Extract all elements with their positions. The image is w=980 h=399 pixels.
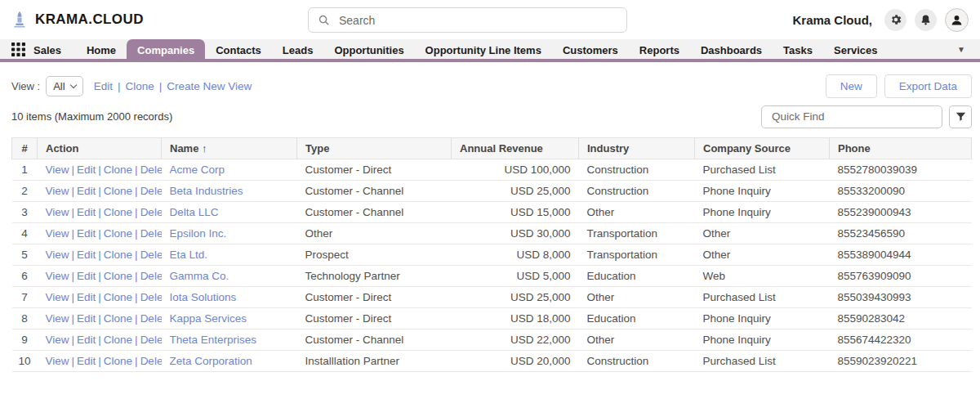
quick-find-input[interactable] (761, 105, 942, 128)
view-link[interactable]: View (46, 291, 69, 303)
separator: | (72, 334, 75, 346)
edit-link[interactable]: Edit (77, 206, 96, 218)
app-name-label: Sales (30, 39, 76, 59)
edit-link[interactable]: Edit (77, 291, 96, 303)
avatar[interactable] (945, 8, 969, 32)
settings-button[interactable] (884, 9, 906, 31)
delete-link[interactable]: Delete (140, 270, 162, 282)
type-cell: Technology Partner (297, 266, 452, 287)
tab-home[interactable]: Home (76, 39, 127, 59)
tab-customers[interactable]: Customers (552, 39, 629, 59)
edit-view-link[interactable]: Edit (94, 80, 113, 92)
view-link[interactable]: View (46, 227, 69, 240)
tab-reports[interactable]: Reports (629, 39, 690, 59)
company-name-link[interactable]: Theta Enterprises (170, 334, 257, 346)
company-name-link[interactable]: Gamma Co. (170, 270, 229, 282)
view-link[interactable]: View (46, 270, 69, 282)
tab-tasks[interactable]: Tasks (773, 39, 823, 59)
edit-link[interactable]: Edit (77, 249, 96, 261)
create-new-view-view-link[interactable]: Create New View (167, 80, 252, 92)
company-name-link[interactable]: Zeta Corporation (170, 355, 252, 367)
nav-overflow-caret-icon[interactable]: ▼ (957, 45, 969, 54)
company-name-link[interactable]: Delta LLC (170, 206, 219, 218)
view-select[interactable]: All (46, 76, 82, 96)
column-header-type[interactable]: Type (297, 138, 452, 159)
annual-revenue-cell: USD 25,000 (452, 181, 579, 202)
column-header-action[interactable]: Action (38, 138, 162, 159)
view-link[interactable]: View (46, 355, 69, 367)
clone-link[interactable]: Clone (104, 270, 132, 282)
clone-link[interactable]: Clone (104, 164, 132, 176)
view-label: View : (11, 80, 40, 92)
notifications-button[interactable] (915, 9, 937, 31)
edit-link[interactable]: Edit (77, 270, 96, 282)
separator: | (135, 270, 138, 282)
app-launcher-button[interactable] (11, 39, 30, 59)
tab-contacts[interactable]: Contacts (205, 39, 272, 59)
view-link[interactable]: View (46, 312, 69, 325)
chevron-down-icon (69, 82, 76, 88)
view-link[interactable]: View (46, 164, 69, 176)
view-link[interactable]: View (46, 185, 69, 197)
tab-leads[interactable]: Leads (272, 39, 324, 59)
edit-link[interactable]: Edit (77, 185, 96, 197)
view-link[interactable]: View (46, 334, 69, 346)
brand[interactable]: KRAMA.CLOUD (11, 11, 144, 29)
company-name-link[interactable]: Eta Ltd. (170, 249, 208, 261)
edit-link[interactable]: Edit (77, 164, 96, 176)
separator: | (135, 206, 138, 218)
delete-link[interactable]: Delete (140, 206, 162, 218)
clone-link[interactable]: Clone (104, 206, 132, 218)
clone-link[interactable]: Clone (104, 355, 132, 367)
tab-opportunity-line-items[interactable]: Opportunity Line Items (415, 39, 552, 59)
clone-link[interactable]: Clone (104, 185, 132, 197)
company-name-link[interactable]: Acme Corp (170, 164, 225, 176)
export-data-button[interactable]: Export Data (884, 74, 972, 98)
delete-link[interactable]: Delete (140, 185, 162, 197)
filter-button[interactable] (949, 105, 972, 128)
column-header-phone[interactable]: Phone (830, 138, 972, 159)
view-link[interactable]: View (46, 249, 69, 261)
clone-view-link[interactable]: Clone (125, 80, 154, 92)
edit-link[interactable]: Edit (77, 312, 96, 325)
tab-services[interactable]: Services (823, 39, 889, 59)
edit-link[interactable]: Edit (77, 334, 96, 346)
company-name-link[interactable]: Beta Industries (170, 185, 243, 197)
tab-opportunities[interactable]: Opportunities (323, 39, 414, 59)
new-button[interactable]: New (826, 74, 877, 98)
delete-link[interactable]: Delete (140, 249, 162, 261)
filter-funnel-icon (955, 110, 967, 123)
clone-link[interactable]: Clone (104, 249, 132, 261)
record-count-label: 10 items (Maximum 2000 records) (11, 110, 172, 123)
column-header-number[interactable]: # (12, 138, 38, 159)
column-header-name[interactable]: Name ↑ (162, 138, 297, 159)
column-header-annual-revenue[interactable]: Annual Revenue (452, 138, 579, 159)
delete-link[interactable]: Delete (140, 355, 162, 367)
delete-link[interactable]: Delete (140, 227, 162, 240)
view-controls: View : All Edit|Clone|Create New View Ne… (11, 74, 972, 98)
phone-cell: 85533200090 (830, 181, 972, 202)
column-header-company-source[interactable]: Company Source (695, 138, 830, 159)
name-cell: Beta Industries (162, 181, 297, 202)
clone-link[interactable]: Clone (104, 291, 132, 303)
company-name-link[interactable]: Kappa Services (170, 312, 247, 325)
clone-link[interactable]: Clone (104, 334, 132, 346)
view-link[interactable]: View (46, 206, 69, 218)
search-input[interactable] (337, 13, 617, 28)
edit-link[interactable]: Edit (77, 227, 96, 240)
separator: | (72, 206, 75, 218)
clone-link[interactable]: Clone (104, 227, 132, 240)
top-header: KRAMA.CLOUD Krama Cloud, (0, 0, 980, 39)
edit-link[interactable]: Edit (77, 355, 96, 367)
delete-link[interactable]: Delete (140, 164, 162, 176)
column-header-industry[interactable]: Industry (579, 138, 695, 159)
delete-link[interactable]: Delete (140, 334, 162, 346)
list-actions: New Export Data (826, 74, 972, 98)
tab-companies[interactable]: Companies (127, 39, 205, 59)
delete-link[interactable]: Delete (140, 312, 162, 325)
company-name-link[interactable]: Iota Solutions (170, 291, 237, 303)
clone-link[interactable]: Clone (104, 312, 132, 325)
company-name-link[interactable]: Epsilon Inc. (170, 227, 227, 240)
tab-dashboards[interactable]: Dashboards (690, 39, 773, 59)
delete-link[interactable]: Delete (140, 291, 162, 303)
